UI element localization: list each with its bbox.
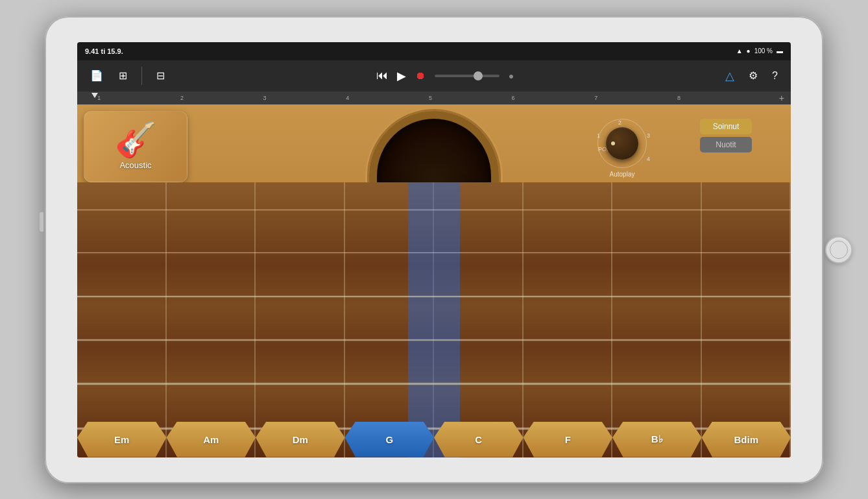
toolbar-right: △ ⚙ ? (721, 66, 782, 86)
metronome-icon: △ (725, 69, 734, 83)
knob-label-3: 3 (647, 132, 650, 139)
layout-icon: ⊞ (119, 69, 127, 82)
ruler-tick-7: 7 (594, 95, 597, 101)
chord-row: Em Am Dm G C F (77, 422, 791, 457)
knob-label-1: 1 (597, 132, 600, 139)
knob-label-4: 4 (647, 156, 650, 162)
chord-F-label: F (565, 434, 571, 445)
guitar-area: 🎸 Acoustic 1 2 3 4 (77, 104, 791, 457)
play-icon: ▶ (397, 69, 406, 82)
main-content: 🎸 Acoustic 1 2 3 4 (77, 104, 791, 457)
toolbar-center: ⏮ ▶ ⏺ ● (176, 69, 714, 83)
chord-Bb[interactable]: B♭ (612, 422, 702, 457)
help-icon: ? (772, 70, 778, 82)
record-button[interactable]: ⏺ (415, 70, 426, 82)
string-e (77, 210, 791, 210)
settings-button[interactable]: ⚙ (745, 67, 762, 84)
string-G (77, 296, 791, 297)
battery-bar: ▬ (777, 47, 783, 55)
ruler-tick-3: 3 (263, 95, 267, 101)
chord-C[interactable]: C (434, 422, 524, 457)
settings-icon: ⚙ (749, 69, 758, 82)
help-button[interactable]: ? (768, 67, 782, 84)
soundhole (369, 111, 499, 189)
play-button[interactable]: ▶ (397, 69, 406, 83)
home-button-inner (830, 241, 848, 259)
ruler-tick-5: 5 (429, 95, 432, 101)
chord-Em-label: Em (114, 434, 129, 445)
document-icon: 📄 (90, 69, 103, 82)
chord-Em[interactable]: Em (77, 422, 167, 457)
ruler-tick-4: 4 (346, 95, 349, 101)
chord-G-label: G (385, 434, 393, 445)
string-A (77, 383, 791, 385)
metronome-button[interactable]: △ (721, 66, 738, 86)
chord-Bdim-label: Bdim (734, 434, 759, 445)
fretboard-background (77, 182, 791, 457)
chord-F[interactable]: F (524, 422, 613, 457)
ruler-tick-2: 2 (180, 95, 184, 101)
battery-icon: ● (747, 47, 751, 55)
rewind-icon: ⏮ (376, 69, 388, 82)
chord-G[interactable]: G (345, 422, 435, 457)
timeline-ruler: 1 2 3 4 5 6 7 8 + (77, 91, 791, 104)
ipad-screen: 9.41 ti 15.9. ▲ ● 100 % ▬ 📄 ⊞ ⊟ ⏮ (77, 42, 791, 457)
volume-thumb (474, 71, 483, 80)
fretboard (77, 182, 791, 457)
ipad-frame: 9.41 ti 15.9. ▲ ● 100 % ▬ 📄 ⊞ ⊟ ⏮ (45, 16, 823, 483)
layout-button[interactable]: ⊞ (115, 67, 131, 84)
status-time: 9.41 ti 15.9. (85, 47, 123, 55)
chord-Am[interactable]: Am (167, 422, 256, 457)
status-bar: 9.41 ti 15.9. ▲ ● 100 % ▬ (77, 42, 791, 60)
chord-Dm-label: Dm (293, 434, 308, 445)
chord-Am-label: Am (203, 434, 219, 445)
soundhole-arch (369, 111, 499, 189)
chord-Dm[interactable]: Dm (256, 422, 345, 457)
toolbar-separator-1 (141, 67, 142, 85)
autoplay-label: Autoplay (610, 171, 635, 178)
mixer-icon: ⊟ (156, 69, 165, 82)
chord-Bdim[interactable]: Bdim (702, 422, 791, 457)
status-right: ▲ ● 100 % ▬ (736, 47, 783, 55)
mode-buttons: Soinnut Nuotit (700, 119, 752, 152)
strings-container (77, 182, 791, 457)
ruler-tick-6: 6 (512, 95, 515, 101)
rewind-button[interactable]: ⏮ (376, 69, 388, 82)
chords-mode-button[interactable]: Soinnut (700, 119, 752, 134)
battery-level: 100 % (754, 47, 773, 55)
toolbar: 📄 ⊞ ⊟ ⏮ ▶ ⏺ (77, 60, 791, 91)
autoplay-knob-container: 1 2 3 4 POIS (596, 117, 648, 169)
volume-circle: ● (509, 71, 514, 81)
ruler-tick-1: 1 (97, 95, 101, 101)
ruler-tick-8: 8 (677, 95, 681, 101)
chord-C-label: C (475, 434, 482, 445)
chord-Bb-label: B♭ (651, 433, 663, 445)
instrument-name: Acoustic (119, 160, 151, 170)
home-button[interactable] (825, 236, 852, 263)
mixer-button[interactable]: ⊟ (152, 67, 169, 84)
knob-label-2: 2 (618, 119, 621, 126)
knob-indicator (611, 141, 615, 145)
side-volume-button[interactable] (40, 212, 43, 232)
guitar-icon: 🎸 (115, 123, 157, 156)
ruler-marks: 1 2 3 4 5 6 7 8 (84, 91, 774, 104)
volume-slider[interactable] (435, 75, 500, 77)
string-B (77, 252, 791, 253)
wifi-icon: ▲ (736, 47, 743, 55)
add-track-button[interactable]: + (779, 93, 784, 103)
string-D (77, 339, 791, 341)
autoplay-controls: 1 2 3 4 POIS Autoplay (596, 117, 648, 178)
document-button[interactable]: 📄 (86, 67, 107, 84)
record-icon: ⏺ (415, 70, 426, 81)
notes-mode-button[interactable]: Nuotit (700, 137, 752, 152)
instrument-tile[interactable]: 🎸 Acoustic (84, 111, 187, 182)
autoplay-knob[interactable] (606, 127, 638, 160)
